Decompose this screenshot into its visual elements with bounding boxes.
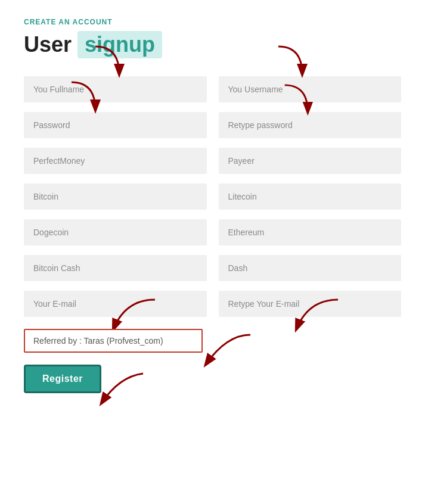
username-arrow (266, 43, 314, 79)
fullname-arrow (83, 43, 131, 79)
password-input[interactable] (24, 112, 207, 138)
bitcoin-cash-input[interactable] (24, 255, 207, 281)
create-account-label: CREATE AN ACCOUNT (24, 18, 401, 26)
referral-input[interactable] (24, 329, 203, 353)
dash-input[interactable] (219, 255, 402, 281)
dogecoin-input[interactable] (24, 219, 207, 245)
title-user: User (24, 32, 72, 57)
fullname-input[interactable] (24, 76, 207, 102)
bitcoin-input[interactable] (24, 183, 207, 210)
register-arrow (89, 371, 149, 411)
retype-password-arrow (272, 82, 320, 117)
litecoin-input[interactable] (219, 183, 402, 210)
ethereum-input[interactable] (219, 219, 402, 245)
page-title: User signup (24, 31, 401, 58)
referral-arrow (197, 332, 256, 374)
payeer-input[interactable] (219, 148, 402, 174)
perfect-money-input[interactable] (24, 148, 207, 174)
password-arrow (60, 79, 107, 115)
